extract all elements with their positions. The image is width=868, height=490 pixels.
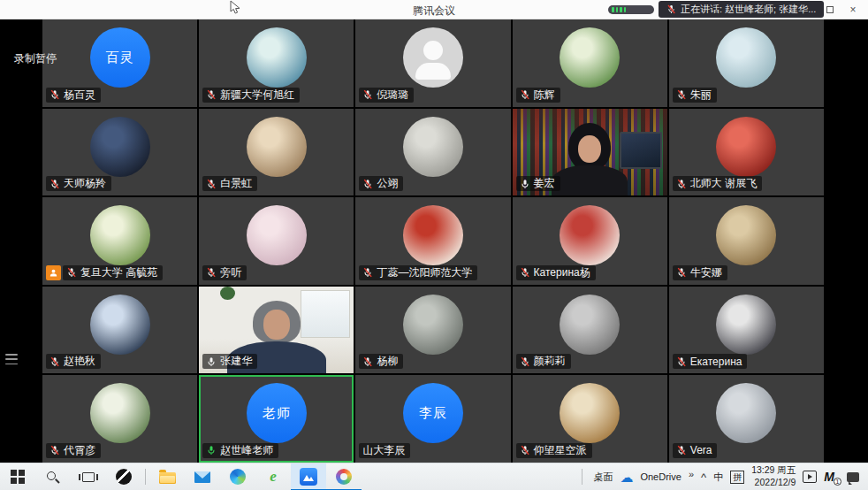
participant-tile[interactable]: 丁蕊—沈阳师范大学 (355, 197, 510, 285)
mic-muted-icon (362, 179, 373, 189)
participant-tile[interactable]: 天师杨羚 (42, 109, 197, 196)
task-view-icon[interactable] (71, 463, 106, 490)
mic-on-icon (206, 356, 217, 367)
participant-name: 赵艳秋 (64, 354, 95, 369)
swirl-app-icon[interactable] (326, 463, 362, 490)
m1-tray-icon[interactable]: M1 (824, 470, 834, 484)
participant-tile[interactable]: 仰望星空派 (513, 375, 667, 463)
m1-badge: 1 (834, 478, 841, 486)
avatar-photo (560, 383, 620, 443)
participant-tile[interactable]: 公翊 (355, 109, 510, 196)
window-titlebar: 腾讯会议 正在讲话: 赵世峰老师; 张建华... × (0, 0, 868, 19)
participant-tile[interactable]: 白景虹 (199, 109, 354, 196)
name-label: 倪璐璐 (359, 88, 414, 103)
pinwheel-app-icon[interactable] (106, 463, 141, 490)
avatar-photo (403, 295, 463, 355)
participant-tile[interactable]: 颜莉莉 (513, 287, 667, 374)
mail-icon[interactable] (185, 463, 220, 490)
avatar-photo (247, 27, 307, 88)
default-avatar-icon (403, 27, 463, 88)
desktop-toolbar-label[interactable]: 桌面 (593, 471, 613, 484)
name-label: 姜宏 (516, 176, 560, 191)
tencent-meeting-icon[interactable] (291, 463, 326, 490)
ime-mode-indicator[interactable]: 拼 (730, 471, 744, 484)
participant-tile[interactable]: 北师大 谢展飞 (669, 109, 824, 196)
mouse-cursor (230, 0, 240, 19)
ime-language-indicator[interactable]: 中 (713, 471, 723, 484)
speaking-toast-area: 正在讲话: 赵世峰老师; 张建华... (608, 1, 824, 18)
participant-tile[interactable]: 杨柳 (355, 287, 510, 374)
participant-tile[interactable]: Катерина杨 (513, 197, 667, 285)
participant-tile[interactable]: 李辰山大李辰 (355, 375, 510, 463)
search-icon[interactable] (35, 463, 71, 490)
avatar-photo (90, 205, 150, 265)
system-tray: 桌面 ☁ OneDrive » ^ 中 拼 13:29 周五 2022/12/9… (578, 464, 868, 488)
avatar-initials: 李辰 (403, 383, 463, 443)
mic-muted-icon (49, 445, 60, 456)
participant-name: 代霄彦 (64, 443, 95, 458)
mic-muted-icon (520, 89, 530, 100)
participant-tile[interactable]: 百灵杨百灵 (42, 19, 197, 107)
name-label: 天师杨羚 (46, 176, 111, 191)
participant-name: 新疆大学何旭红 (220, 88, 294, 103)
mic-muted-icon (520, 445, 530, 456)
participant-tile[interactable]: Vera (669, 375, 824, 463)
file-explorer-icon[interactable] (149, 463, 185, 490)
onedrive-label[interactable]: OneDrive (640, 471, 681, 482)
mic-muted-icon (520, 356, 530, 367)
close-button[interactable]: × (841, 0, 864, 19)
participant-tile[interactable]: 复旦大学 高毓苑 (42, 197, 197, 285)
participant-tile[interactable]: 陈辉 (513, 19, 667, 107)
participant-tile[interactable]: 姜宏 (513, 109, 667, 196)
participant-name: 陈辉 (534, 88, 555, 103)
mic-muted-icon (206, 89, 217, 100)
participant-tile[interactable]: 代霄彦 (42, 375, 197, 463)
speaking-toast-text: 正在讲话: 赵世峰老师; 张建华... (681, 3, 816, 16)
participant-name: 杨百灵 (64, 88, 95, 103)
participant-tile[interactable]: 赵艳秋 (42, 287, 197, 374)
name-label: 朱丽 (673, 88, 717, 103)
participant-name: 朱丽 (690, 88, 712, 103)
participant-name: 白景虹 (220, 176, 252, 191)
name-label: 赵世峰老师 (202, 443, 278, 458)
participant-name: 牛安娜 (690, 265, 722, 280)
hidden-icons-chevron[interactable]: ^ (701, 471, 706, 484)
start-menu-icon[interactable] (0, 463, 35, 490)
toolbar-overflow-chevron[interactable]: » (689, 469, 694, 479)
avatar-photo (90, 295, 150, 355)
taskbar-clock[interactable]: 13:29 周五 2022/12/9 (751, 464, 796, 488)
participant-name: 北师大 谢展飞 (690, 176, 757, 191)
participant-name: 天师杨羚 (64, 176, 106, 191)
list-toggle-icon[interactable] (5, 354, 18, 364)
meeting-stage: 录制暂停 百灵杨百灵新疆大学何旭红倪璐璐陈辉朱丽天师杨羚白景虹公翊姜宏北师大 谢… (0, 19, 868, 463)
avatar-photo (716, 117, 776, 177)
avatar-photo (560, 205, 620, 265)
participant-name: 颜莉莉 (534, 354, 566, 369)
green-e-browser-icon[interactable]: e (255, 463, 291, 490)
participant-tile[interactable]: 朱丽 (669, 19, 824, 107)
participant-tile[interactable]: 张建华 (199, 287, 354, 374)
mic-muted-icon (206, 179, 217, 189)
participant-tile[interactable]: 旁听 (199, 197, 354, 285)
name-label: 杨百灵 (46, 88, 101, 103)
participant-tile[interactable]: 牛安娜 (669, 197, 824, 285)
avatar-photo (716, 205, 776, 265)
name-label: Vera (673, 443, 718, 458)
chat-tray-icon[interactable] (847, 472, 859, 482)
avatar-photo (403, 205, 463, 265)
participant-tile[interactable]: Екатерина (669, 287, 824, 374)
media-player-tray-icon[interactable] (803, 471, 817, 483)
name-label: 北师大 谢展飞 (673, 176, 762, 191)
participant-tile[interactable]: 老师赵世峰老师 (199, 375, 354, 463)
mic-muted-icon (520, 267, 530, 278)
participant-tile[interactable]: 新疆大学何旭红 (199, 19, 354, 107)
name-label: 新疆大学何旭红 (202, 88, 300, 103)
participant-name: 张建华 (220, 354, 252, 369)
participant-name: 仰望星空派 (534, 443, 587, 458)
screen: 腾讯会议 正在讲话: 赵世峰老师; 张建华... × 录制暂停 百灵杨百灵新疆大… (0, 0, 868, 490)
edge-browser-icon[interactable] (220, 463, 255, 490)
name-label: 复旦大学 高毓苑 (46, 265, 163, 280)
onedrive-icon[interactable]: ☁ (620, 471, 633, 484)
participant-tile[interactable]: 倪璐璐 (355, 19, 510, 107)
mic-muted-icon (676, 445, 687, 456)
